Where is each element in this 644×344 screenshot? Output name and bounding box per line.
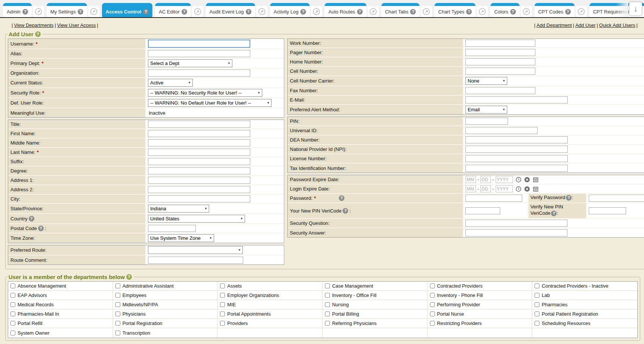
department-checkbox[interactable] bbox=[10, 293, 15, 298]
help-icon[interactable]: ? bbox=[29, 216, 34, 221]
department-checkbox[interactable] bbox=[430, 321, 435, 326]
department-checkbox[interactable] bbox=[220, 293, 225, 298]
department-checkbox[interactable] bbox=[325, 283, 330, 288]
tab-popout-button[interactable]: ↗ bbox=[368, 6, 379, 17]
help-icon[interactable]: ? bbox=[339, 195, 344, 201]
tab-activity-log[interactable]: Activity Log? bbox=[270, 3, 310, 17]
text-input[interactable] bbox=[148, 50, 250, 57]
text-input[interactable] bbox=[589, 207, 626, 214]
nav-link-view-departments[interactable]: View Departments bbox=[14, 22, 53, 28]
text-input[interactable] bbox=[465, 195, 522, 202]
department-checkbox[interactable] bbox=[10, 321, 15, 326]
text-input[interactable] bbox=[465, 87, 535, 94]
text-input[interactable] bbox=[589, 195, 644, 202]
tab-ac-editor[interactable]: AC Editor? bbox=[155, 3, 191, 17]
tab-help-icon[interactable]: ? bbox=[357, 9, 363, 15]
department-checkbox[interactable] bbox=[535, 283, 539, 288]
text-input[interactable] bbox=[148, 139, 250, 146]
text-input[interactable] bbox=[148, 149, 250, 156]
tab-popout-button[interactable]: ↗ bbox=[576, 6, 587, 17]
text-input[interactable] bbox=[465, 146, 568, 153]
tab-help-icon[interactable]: ? bbox=[300, 9, 306, 15]
department-checkbox[interactable] bbox=[115, 293, 120, 298]
tab-auto-routes[interactable]: Auto Routes? bbox=[325, 3, 366, 17]
tab-popout-button[interactable]: ↗ bbox=[192, 6, 203, 17]
department-checkbox[interactable] bbox=[430, 293, 435, 298]
tab-my-settings[interactable]: My Settings? bbox=[47, 3, 87, 17]
department-checkbox[interactable] bbox=[115, 302, 120, 307]
text-input[interactable] bbox=[465, 165, 568, 172]
department-checkbox[interactable] bbox=[430, 302, 435, 307]
text-input[interactable] bbox=[465, 49, 535, 56]
nav-link-view-user-access[interactable]: View User Access bbox=[57, 22, 96, 28]
tab-help-icon[interactable]: ? bbox=[22, 9, 28, 15]
text-input[interactable] bbox=[148, 158, 250, 165]
text-input[interactable] bbox=[148, 121, 250, 128]
department-checkbox[interactable] bbox=[430, 312, 435, 316]
select-dropdown[interactable]: ▼ bbox=[148, 246, 243, 254]
date-part-input[interactable] bbox=[496, 176, 513, 183]
department-checkbox[interactable] bbox=[430, 283, 435, 288]
more-tabs-button[interactable]: ↓ bbox=[629, 2, 642, 16]
calendar-icon[interactable] bbox=[533, 177, 539, 183]
nav-link-quick-add-users[interactable]: Quick Add Users bbox=[599, 22, 635, 28]
text-input[interactable] bbox=[465, 155, 568, 162]
tab-help-icon[interactable]: ? bbox=[410, 9, 416, 15]
text-input[interactable] bbox=[148, 195, 250, 202]
help-icon[interactable]: ? bbox=[35, 31, 41, 37]
select-dropdown[interactable]: None▼ bbox=[465, 77, 507, 85]
department-checkbox[interactable] bbox=[535, 302, 539, 307]
tab-popout-button[interactable]: ↗ bbox=[421, 6, 432, 17]
department-checkbox[interactable] bbox=[220, 283, 225, 288]
clock-icon[interactable] bbox=[515, 186, 521, 192]
tab-cpt-codes[interactable]: CPT Codes? bbox=[535, 3, 575, 17]
date-part-input[interactable] bbox=[480, 185, 491, 192]
text-input[interactable] bbox=[465, 58, 535, 65]
select-dropdown[interactable]: Active▼ bbox=[148, 79, 193, 87]
select-dropdown[interactable]: Indiana▼ bbox=[148, 205, 209, 213]
department-checkbox[interactable] bbox=[535, 293, 539, 298]
text-input[interactable] bbox=[465, 118, 508, 125]
help-icon[interactable]: ? bbox=[126, 274, 132, 280]
nav-link-add-user[interactable]: Add User bbox=[575, 22, 595, 28]
text-input[interactable] bbox=[148, 40, 250, 48]
department-checkbox[interactable] bbox=[325, 293, 330, 298]
help-icon[interactable]: ? bbox=[38, 226, 44, 231]
tab-colors[interactable]: Colors? bbox=[490, 3, 520, 17]
department-checkbox[interactable] bbox=[325, 302, 330, 307]
department-checkbox[interactable] bbox=[10, 312, 15, 316]
tab-popout-button[interactable]: ↗ bbox=[477, 6, 488, 17]
text-input[interactable] bbox=[465, 68, 535, 75]
department-checkbox[interactable] bbox=[10, 331, 15, 335]
text-input[interactable] bbox=[465, 229, 567, 236]
tab-help-icon[interactable]: ? bbox=[246, 9, 251, 15]
department-checkbox[interactable] bbox=[220, 302, 225, 307]
tab-help-icon[interactable]: ? bbox=[510, 9, 516, 15]
tab-popout-button[interactable]: ↗ bbox=[521, 6, 532, 17]
text-input[interactable] bbox=[148, 225, 196, 232]
department-checkbox[interactable] bbox=[115, 312, 120, 316]
text-input[interactable] bbox=[465, 220, 567, 227]
select-dropdown[interactable]: Select a Dept▼ bbox=[148, 59, 232, 67]
text-input[interactable] bbox=[148, 257, 243, 264]
text-input[interactable] bbox=[148, 186, 250, 193]
department-checkbox[interactable] bbox=[10, 283, 15, 288]
calendar-icon[interactable] bbox=[533, 186, 539, 192]
tab-access-control[interactable]: Access Control? bbox=[102, 3, 152, 17]
clock-icon[interactable] bbox=[515, 177, 521, 183]
text-input[interactable] bbox=[148, 69, 250, 77]
text-input[interactable] bbox=[148, 130, 250, 137]
department-checkbox[interactable] bbox=[115, 321, 120, 326]
date-part-input[interactable] bbox=[465, 176, 476, 183]
department-checkbox[interactable] bbox=[535, 321, 539, 326]
select-dropdown[interactable]: -- WARNING: No Security Role for User! -… bbox=[148, 89, 262, 97]
tab-help-icon[interactable]: ? bbox=[78, 9, 83, 15]
tab-help-icon[interactable]: ? bbox=[565, 9, 571, 15]
department-checkbox[interactable] bbox=[325, 321, 330, 326]
clear-icon[interactable] bbox=[524, 177, 530, 183]
nav-link-add-department[interactable]: Add Department bbox=[536, 22, 572, 28]
department-checkbox[interactable] bbox=[220, 321, 225, 326]
department-checkbox[interactable] bbox=[10, 302, 15, 307]
department-checkbox[interactable] bbox=[115, 331, 120, 335]
text-input[interactable] bbox=[148, 177, 250, 184]
